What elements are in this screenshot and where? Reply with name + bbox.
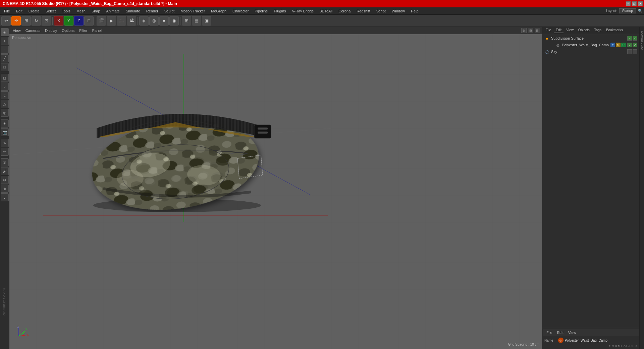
vp-ctrl-3[interactable]: ⊞ [535,28,540,33]
props-tab-view[interactable]: View [567,331,578,335]
menu-window[interactable]: Window [389,8,408,14]
tool-paint[interactable]: 🖌 [1,167,9,175]
menu-script[interactable]: Script [374,8,388,14]
layout-grid-button[interactable]: ⊞ [182,16,191,26]
render-button[interactable]: 🎥 [117,16,126,26]
menu-simulate[interactable]: Simulate [123,8,143,14]
maximize-button[interactable]: □ [632,1,637,6]
subdivision-label: Subdivision Surface [551,36,626,40]
menu-snap[interactable]: Snap [89,8,103,14]
menu-vray[interactable]: V-Ray Bridge [289,8,317,14]
vp-menu-panel[interactable]: Panel [91,29,103,33]
obj-tab-bookmarks[interactable]: Bookmarks [604,28,625,33]
waist-bag-check-1[interactable]: ✓ [627,43,632,47]
menu-file[interactable]: File [1,8,13,14]
scene-item-waist-bag[interactable]: ◎ Polyester_Waist_Bag_Camo P M U ✓ ✓ [548,42,639,48]
layout-quad-button[interactable]: ▣ [202,16,211,26]
props-tab-file[interactable]: File [545,331,554,335]
render-preview-button[interactable]: ▶ [107,16,116,26]
tool-sculpt[interactable]: ⊗ [1,176,9,184]
vp-menu-cameras[interactable]: Cameras [24,29,42,33]
menu-mesh[interactable]: Mesh [74,8,88,14]
tool-move[interactable]: ⊕ [1,37,9,45]
menu-motion-tracker[interactable]: Motion Tracker [178,8,208,14]
display-light-button[interactable]: ◉ [169,16,179,26]
menu-render[interactable]: Render [144,8,161,14]
tool-cube[interactable]: ◻ [1,74,9,82]
tool-points[interactable]: · [1,46,9,54]
obj-name-row: Name ◎ Polyester_Waist_Bag_Camo [543,337,639,344]
tool-light[interactable]: ✦ [1,119,9,128]
menu-mograph[interactable]: MoGraph [208,8,229,14]
layout-single-button[interactable]: ▤ [192,16,201,26]
tool-torus[interactable]: ◎ [1,109,9,117]
menu-character[interactable]: Character [230,8,251,14]
tool-spline[interactable]: ∿ [1,139,9,147]
render-to-po-button[interactable]: 📽 [127,16,136,26]
menu-help[interactable]: Help [408,8,421,14]
close-button[interactable]: ✕ [638,1,643,6]
tool-sphere[interactable]: ○ [1,83,9,91]
vp-menu-options[interactable]: Options [60,29,76,33]
vp-ctrl-1[interactable]: ⊕ [521,28,527,33]
menu-plugins[interactable]: Plugins [271,8,288,14]
sky-check-1[interactable] [627,49,632,54]
scale-button[interactable]: ⊞ [21,16,31,26]
menu-tools[interactable]: Tools [59,8,73,14]
minimize-button[interactable]: − [626,1,631,6]
tool-uv[interactable]: ⋮ [1,193,9,201]
tool-select[interactable]: ◈ [1,28,9,36]
rotate-button[interactable]: ↻ [32,16,41,26]
viewport-header: View Cameras Display Options Filter Pane… [9,27,542,34]
tool-texture[interactable]: ◈ [1,185,9,193]
axis-x-button[interactable]: X [54,16,63,26]
display-wire-button[interactable]: ◎ [149,16,159,26]
tool-polygons[interactable]: □ [1,63,9,71]
svg-point-23 [117,170,144,187]
display-solid-button[interactable]: ● [159,16,169,26]
obj-tab-edit[interactable]: Edit [554,28,564,33]
vp-menu-view[interactable]: View [11,29,22,33]
menu-redshift[interactable]: Redshift [354,8,373,14]
vp-menu-filter[interactable]: Filter [78,29,89,33]
scene-item-subdivision[interactable]: ◆ Subdivision Surface ✓ ✓ [543,35,639,42]
menu-pipeline[interactable]: Pipeline [252,8,270,14]
local-button[interactable]: □ [84,16,94,26]
render-region-button[interactable]: 🎬 [97,16,106,26]
menu-select[interactable]: Select [43,8,59,14]
waist-bag-check-2[interactable]: ✓ [633,43,637,47]
menu-create[interactable]: Create [26,8,42,14]
tool-edges[interactable]: ╱ [1,54,9,62]
move-button[interactable]: ✛ [11,16,21,26]
layout-value[interactable]: Startup [619,8,636,13]
tool-camera[interactable]: 📷 [1,128,9,136]
subdivision-check-1[interactable]: ✓ [627,36,632,41]
viewport-canvas[interactable]: Perspective Grid Spacing : 10 cm Y X Z [9,34,542,349]
menu-edit[interactable]: Edit [13,8,25,14]
axis-z-button[interactable]: Z [74,16,84,26]
scene-browser-label[interactable]: Scene Browser [640,28,644,54]
svg-rect-18 [258,128,268,130]
transform-button[interactable]: ⊡ [42,16,51,26]
menu-animate[interactable]: Animate [104,8,122,14]
tool-cylinder[interactable]: ⬭ [1,91,9,99]
vp-ctrl-2[interactable]: ⊡ [528,28,533,33]
obj-tab-view[interactable]: View [564,28,576,33]
obj-tab-file[interactable]: File [544,28,553,33]
sky-check-2[interactable] [633,49,637,54]
subdivision-check-2[interactable]: ✓ [633,36,637,41]
undo-button[interactable]: ↩ [1,16,11,26]
tool-weight[interactable]: S [1,158,9,166]
tool-pen[interactable]: ✏ [1,148,9,156]
menu-sculpt[interactable]: Sculpt [162,8,177,14]
obj-tab-tags[interactable]: Tags [592,28,603,33]
obj-tab-objects[interactable]: Objects [576,28,592,33]
display-shading-button[interactable]: ◈ [139,16,149,26]
scene-item-sky[interactable]: ◯ Sky [543,48,639,55]
tool-cone[interactable]: △ [1,100,9,108]
props-tab-edit[interactable]: Edit [556,331,565,335]
axis-y-button[interactable]: Y [64,16,73,26]
menu-3dtoall[interactable]: 3DToAll [317,8,335,14]
vp-menu-display[interactable]: Display [44,29,58,33]
menu-corona[interactable]: Corona [336,8,353,14]
